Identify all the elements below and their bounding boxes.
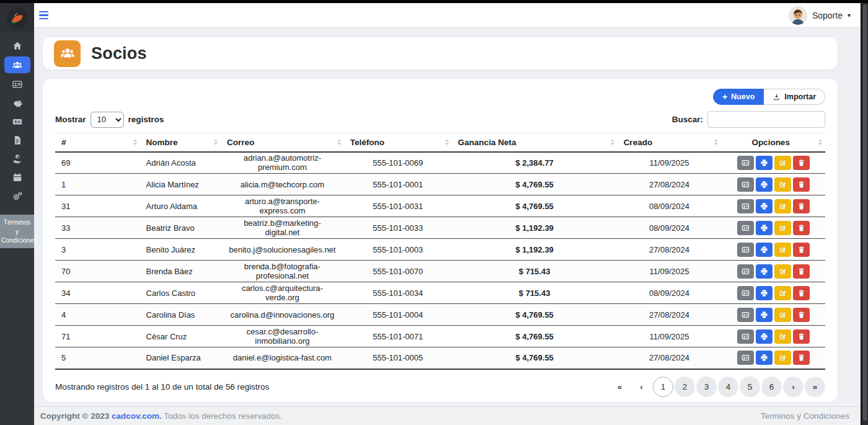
print-button[interactable]: [756, 199, 773, 213]
page-size-select[interactable]: 10: [91, 112, 124, 128]
sidebar-item-savings[interactable]: [4, 95, 30, 110]
view-id-card-button[interactable]: [737, 243, 754, 257]
cell-nombre: Arturo Aldama: [140, 195, 221, 217]
user-name: Soporte: [812, 11, 843, 20]
column-header-ganancia[interactable]: Ganancia Neta: [452, 133, 618, 152]
cell-telefono: 555-101-0070: [344, 261, 452, 282]
print-button[interactable]: [756, 243, 773, 257]
print-button[interactable]: [756, 351, 773, 365]
sidebar-item-documents[interactable]: [4, 132, 30, 148]
edit-button[interactable]: [774, 199, 791, 213]
column-header-creado[interactable]: Creado: [618, 133, 722, 152]
view-id-card-button[interactable]: [737, 199, 754, 213]
cell-num: 69: [55, 152, 140, 174]
view-id-card-button[interactable]: [737, 308, 754, 322]
delete-button[interactable]: [793, 156, 810, 170]
delete-button[interactable]: [793, 243, 810, 257]
cell-nombre: Benito Juárez: [140, 239, 221, 261]
trash-icon: [797, 267, 805, 275]
row-actions: [727, 199, 819, 213]
sidebar-item-settings[interactable]: [4, 188, 30, 204]
pagination-page[interactable]: 3: [696, 377, 717, 397]
view-id-card-button[interactable]: [737, 221, 754, 235]
sidebar-terms-link[interactable]: Términos y Condiciones: [0, 215, 34, 248]
id-card-icon: [742, 246, 750, 254]
cell-correo: adrian.a@automotriz-premium.com: [221, 152, 344, 174]
edit-button[interactable]: [774, 308, 791, 322]
pagination-first[interactable]: «: [609, 377, 630, 397]
edit-button[interactable]: [774, 351, 791, 365]
sidebar-item-calendar[interactable]: [4, 169, 30, 185]
delete-button[interactable]: [793, 221, 810, 235]
import-button[interactable]: Importar: [764, 89, 825, 105]
sidebar-item-home[interactable]: [4, 38, 30, 53]
table-header-row: # Nombre Correo Teléfono Ganancia Neta C…: [55, 133, 825, 152]
sidebar-item-id-cards[interactable]: [4, 76, 30, 92]
pagination: « ‹ 123456 › »: [609, 377, 825, 397]
column-header-correo[interactable]: Correo: [221, 133, 344, 152]
view-id-card-button[interactable]: [737, 351, 754, 365]
edit-button[interactable]: [774, 221, 791, 235]
id-card-icon: [742, 354, 750, 362]
edit-button[interactable]: [774, 329, 791, 344]
pagination-page[interactable]: 6: [761, 377, 782, 397]
footer-terms-link[interactable]: Terminos y Condiciones: [761, 411, 849, 421]
table-controls: Mostrar 10 registros Buscar:: [55, 111, 825, 128]
hand-holding-dollar-icon: $: [12, 153, 23, 164]
view-id-card-button[interactable]: [737, 329, 754, 344]
pagination-prev[interactable]: ‹: [631, 377, 652, 397]
pagination-last[interactable]: »: [805, 377, 825, 397]
edit-button[interactable]: [774, 177, 791, 192]
pagination-page[interactable]: 4: [718, 377, 738, 397]
trash-icon: [797, 224, 805, 232]
column-header-num[interactable]: #: [55, 133, 140, 152]
printer-icon: [760, 354, 768, 362]
edit-button[interactable]: [774, 156, 791, 170]
view-id-card-button[interactable]: [737, 156, 754, 170]
pagination-next[interactable]: ›: [783, 377, 804, 397]
pagination-page[interactable]: 1: [653, 377, 673, 397]
scrollbar-thumb[interactable]: [863, 4, 867, 421]
cell-telefono: 555-101-0033: [344, 217, 452, 239]
view-id-card-button[interactable]: [737, 264, 754, 279]
sidebar-item-payments[interactable]: $: [4, 114, 30, 129]
cell-nombre: Daniel Esparza: [140, 347, 221, 369]
new-button[interactable]: + Nuevo: [713, 89, 764, 105]
sidebar-item-socios[interactable]: [4, 56, 30, 73]
row-actions: [727, 308, 819, 322]
delete-button[interactable]: [793, 177, 810, 192]
sidebar-item-commissions[interactable]: $: [4, 151, 30, 166]
print-button[interactable]: [756, 264, 773, 279]
cell-num: 5: [55, 347, 140, 369]
edit-button[interactable]: [774, 264, 791, 279]
print-button[interactable]: [756, 156, 773, 170]
print-button[interactable]: [756, 177, 773, 192]
column-header-opciones[interactable]: Opciones: [721, 133, 825, 152]
print-button[interactable]: [756, 329, 773, 344]
cell-correo: carolina.d@innovaciones.org: [221, 304, 344, 326]
edit-button[interactable]: [774, 243, 791, 257]
brand-link[interactable]: cadcov.com.: [112, 411, 162, 421]
print-button[interactable]: [756, 221, 773, 235]
delete-button[interactable]: [793, 264, 810, 279]
cell-creado: 27/08/2024: [618, 174, 722, 195]
svg-text:$: $: [16, 154, 19, 158]
column-header-telefono[interactable]: Teléfono: [344, 133, 452, 152]
view-id-card-button[interactable]: [737, 286, 754, 300]
print-button[interactable]: [756, 308, 773, 322]
delete-button[interactable]: [793, 199, 810, 213]
user-dropdown[interactable]: Soporte ▾: [789, 6, 851, 25]
cell-creado: 11/09/2025: [618, 326, 722, 347]
column-header-nombre[interactable]: Nombre: [140, 133, 221, 152]
view-id-card-button[interactable]: [737, 177, 754, 192]
pagination-page[interactable]: 5: [740, 377, 760, 397]
print-button[interactable]: [756, 286, 773, 300]
delete-button[interactable]: [793, 286, 810, 300]
edit-button[interactable]: [774, 286, 791, 300]
delete-button[interactable]: [793, 351, 810, 365]
delete-button[interactable]: [793, 329, 810, 344]
pagination-page[interactable]: 2: [675, 377, 695, 397]
delete-button[interactable]: [793, 308, 810, 322]
search-input[interactable]: [707, 111, 825, 128]
hamburger-menu-icon[interactable]: [39, 9, 55, 22]
